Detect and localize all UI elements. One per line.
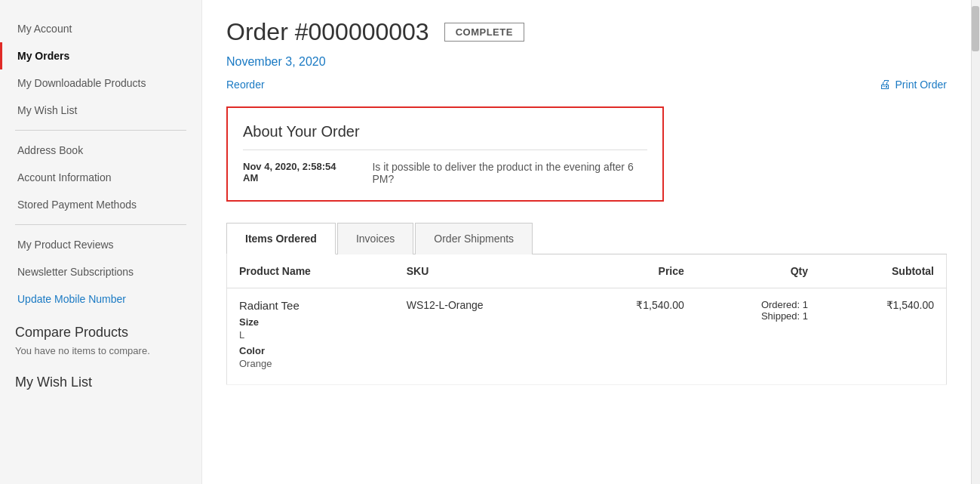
sidebar-item-stored-payment-methods[interactable]: Stored Payment Methods [0,191,201,218]
sidebar-item-my-downloadable-products[interactable]: My Downloadable Products [0,69,201,97]
product-name-cell: Radiant Tee Size L Color Orange [227,288,395,385]
col-sku: SKU [395,254,571,288]
sidebar-item-address-book[interactable]: Address Book [0,137,201,164]
order-status-badge: COMPLETE [444,23,524,42]
sku-cell: WS12-L-Orange [395,288,571,385]
tab-invoices[interactable]: Invoices [337,223,413,254]
tab-items-ordered[interactable]: Items Ordered [226,223,336,254]
scrollbar-thumb[interactable] [972,6,979,51]
order-items-table: Product Name SKU Price Qty Subtotal Radi… [226,254,947,385]
compare-products-text: You have no items to compare. [15,345,186,356]
col-subtotal: Subtotal [820,254,946,288]
wish-list-widget: My Wish List [0,362,201,401]
order-header: Order #000000003 COMPLETE [226,18,947,46]
sidebar: My Account My Orders My Downloadable Pro… [0,0,202,484]
order-title: Order #000000003 [226,18,429,46]
table-row: Radiant Tee Size L Color Orange WS12-L-O… [227,288,947,385]
sidebar-item-my-wish-list[interactable]: My Wish List [0,97,201,124]
order-comment-row: Nov 4, 2020, 2:58:54 AM Is it possible t… [243,161,647,185]
qty-shipped: Shipped: 1 [708,310,808,322]
qty-cell: Ordered: 1 Shipped: 1 [696,288,820,385]
order-comment-box: About Your Order Nov 4, 2020, 2:58:54 AM… [226,106,664,202]
col-qty: Qty [696,254,820,288]
color-label: Color [239,345,382,356]
compare-products-title: Compare Products [15,325,186,341]
print-icon: 🖨 [879,78,891,91]
size-label: Size [239,316,382,328]
qty-ordered: Ordered: 1 [708,299,808,310]
order-number: 000000003 [308,18,429,45]
color-value: Orange [239,358,382,369]
order-date: November 3, 2020 [226,55,947,69]
sidebar-divider-1 [15,130,186,131]
reorder-link[interactable]: Reorder [226,79,265,91]
subtotal-cell: ₹1,540.00 [820,288,946,385]
sidebar-item-my-orders[interactable]: My Orders [0,42,201,69]
sidebar-item-my-product-reviews[interactable]: My Product Reviews [0,231,201,258]
scrollbar[interactable] [971,0,980,484]
main-content: Order #000000003 COMPLETE November 3, 20… [202,0,971,484]
print-order-label: Print Order [896,79,947,91]
wish-list-title: My Wish List [15,375,186,390]
tab-order-shipments[interactable]: Order Shipments [415,223,533,254]
sidebar-item-newsletter-subscriptions[interactable]: Newsletter Subscriptions [0,258,201,285]
order-comment-title: About Your Order [243,123,647,150]
product-name: Radiant Tee [239,299,382,312]
price-cell: ₹1,540.00 [570,288,696,385]
print-order-link[interactable]: 🖨 Print Order [879,78,947,91]
sidebar-divider-2 [15,224,186,225]
order-comment-date: Nov 4, 2020, 2:58:54 AM [243,161,349,183]
order-tabs: Items Ordered Invoices Order Shipments [226,223,947,254]
col-product-name: Product Name [227,254,395,288]
col-price: Price [570,254,696,288]
size-value: L [239,329,382,341]
sidebar-item-update-mobile-number[interactable]: Update Mobile Number [0,285,201,313]
sidebar-item-my-account[interactable]: My Account [0,15,201,42]
compare-products-widget: Compare Products You have no items to co… [0,313,201,362]
order-comment-text: Is it possible to deliver the product in… [372,161,647,185]
sidebar-item-account-information[interactable]: Account Information [0,164,201,191]
order-title-prefix: Order # [226,18,308,45]
order-actions: Reorder 🖨 Print Order [226,78,947,91]
